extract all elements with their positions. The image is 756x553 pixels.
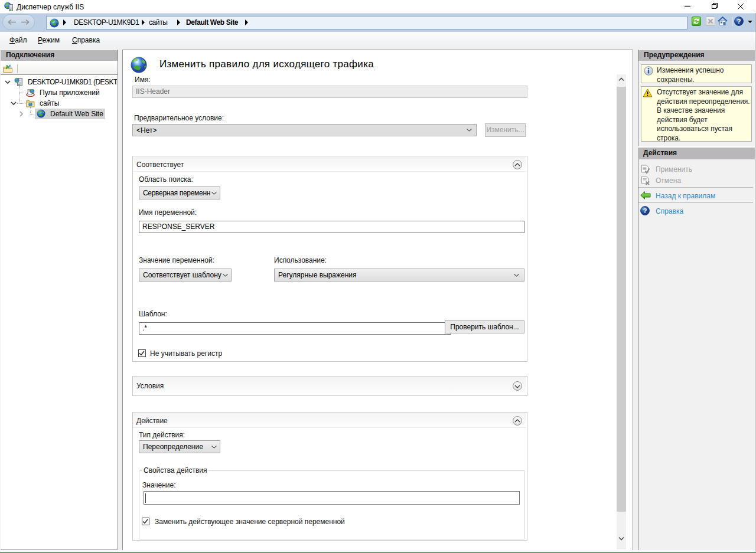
svg-text:?: ? xyxy=(643,207,647,214)
svg-text:?: ? xyxy=(737,18,741,25)
